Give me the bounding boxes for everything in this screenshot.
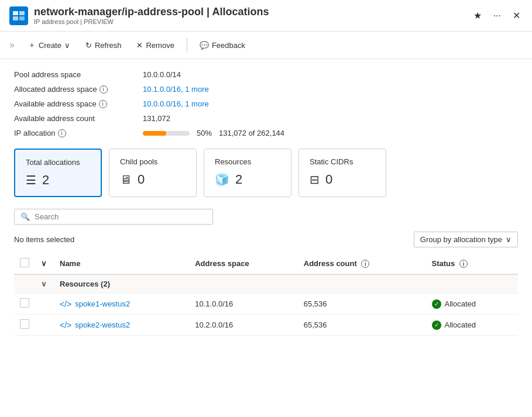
available-count-label: Available address count [14, 112, 143, 125]
refresh-label: Refresh [95, 41, 122, 50]
th-address-space: Address space [189, 253, 298, 274]
row2-status-icon [432, 320, 441, 330]
card-static-cidrs[interactable]: Static CIDRs ⊟ 0 [298, 149, 386, 197]
ip-alloc-info-icon[interactable]: i [58, 129, 66, 137]
group-label: Group by allocation type [420, 235, 502, 244]
progress-row: 50% 131,072 of 262,144 [143, 129, 518, 137]
list-icon: ☰ [26, 173, 36, 187]
group-expand-cell: ∨ [35, 274, 54, 294]
refresh-icon: ↻ [85, 41, 92, 50]
row1-status-icon [432, 299, 441, 309]
pool-address-space-value: 10.0.0.0/14 [143, 68, 518, 81]
card-child-value: 🖥 0 [120, 172, 186, 187]
remove-label: Remove [146, 41, 174, 50]
row2-check-cell [14, 315, 35, 336]
svg-rect-3 [19, 16, 25, 20]
available-space-link[interactable]: 10.0.0.0/16, 1 more [143, 99, 209, 108]
create-chevron-icon: ∨ [64, 41, 70, 50]
expand-all-icon[interactable]: ∨ [41, 259, 47, 268]
row1-address-count: 65,536 [298, 294, 426, 315]
available-space-info-icon[interactable]: i [99, 100, 107, 108]
cards-row: Total allocations ☰ 2 Child pools 🖥 0 Re… [14, 149, 518, 197]
more-button[interactable]: ··· [491, 8, 503, 23]
th-expand: ∨ [35, 253, 54, 274]
row1-name-link[interactable]: </> spoke1-westus2 [60, 299, 183, 309]
pool-address-space-label: Pool address space [14, 68, 143, 81]
svg-rect-0 [13, 11, 18, 15]
card-resources-number: 2 [235, 172, 242, 187]
search-icon: 🔍 [20, 212, 30, 221]
title-bar: network-manager/ip-address-pool | Alloca… [0, 0, 532, 32]
card-total-number: 2 [42, 173, 49, 188]
allocated-space-info-icon[interactable]: i [99, 85, 108, 94]
refresh-button[interactable]: ↻ Refresh [79, 37, 128, 53]
select-all-checkbox[interactable] [20, 258, 29, 267]
group-row-resources: ∨ Resources (2) [14, 274, 518, 294]
remove-icon: ✕ [136, 41, 143, 50]
row2-status: Allocated [426, 315, 519, 336]
card-total-title: Total allocations [26, 158, 90, 167]
address-count-info-icon[interactable]: i [361, 260, 369, 268]
card-resources-value: 🧊 2 [215, 172, 280, 187]
feedback-label: Feedback [212, 41, 245, 50]
search-bar[interactable]: 🔍 [14, 209, 213, 225]
table-row: </> spoke1-westus2 10.1.0.0/16 65,536 Al… [14, 294, 518, 315]
row1-check-cell [14, 294, 35, 315]
row1-status: Allocated [426, 294, 519, 315]
th-address-count: Address count i [298, 253, 426, 274]
row2-address-count: 65,536 [298, 315, 426, 336]
card-child-pools[interactable]: Child pools 🖥 0 [109, 149, 197, 197]
app-icon [9, 6, 28, 25]
row1-checkbox[interactable] [20, 298, 29, 308]
close-button[interactable]: ✕ [510, 8, 523, 23]
static-cidr-icon: ⊟ [310, 173, 320, 187]
svg-rect-1 [19, 11, 25, 15]
allocated-space-link[interactable]: 10.1.0.0/16, 1 more [143, 85, 209, 94]
title-left: network-manager/ip-address-pool | Alloca… [9, 6, 269, 25]
progress-percent: 50% [197, 129, 212, 137]
row1-address-space: 10.1.0.0/16 [189, 294, 298, 315]
create-button[interactable]: ＋ Create ∨ [22, 36, 77, 54]
card-resources-title: Resources [215, 157, 280, 166]
table-header: ∨ Name Address space Address count i Sta… [14, 253, 518, 274]
toolbar: » ＋ Create ∨ ↻ Refresh ✕ Remove 💬 Feedba… [0, 32, 532, 59]
main-content: Pool address space 10.0.0.0/14 Allocated… [0, 59, 532, 412]
page-title: network-manager/ip-address-pool | Alloca… [34, 6, 269, 18]
table-row: </> spoke2-westus2 10.2.0.0/16 65,536 Al… [14, 315, 518, 336]
resources-icon: 🧊 [215, 173, 229, 187]
feedback-button[interactable]: 💬 Feedback [193, 37, 252, 53]
card-total-value: ☰ 2 [26, 173, 90, 188]
row2-checkbox[interactable] [20, 319, 29, 329]
row1-status-badge: Allocated [432, 299, 513, 309]
create-label: Create [39, 41, 61, 50]
page-subtitle: IP address pool | PREVIEW [34, 18, 269, 25]
allocated-space-label: Allocated address space i [14, 83, 143, 95]
th-checkbox [14, 253, 35, 274]
ip-alloc-label: IP allocation i [14, 127, 143, 139]
card-resources[interactable]: Resources 🧊 2 [204, 149, 291, 197]
card-total-allocations[interactable]: Total allocations ☰ 2 [14, 149, 102, 197]
status-info-icon[interactable]: i [459, 260, 468, 268]
row1-name-cell: </> spoke1-westus2 [54, 294, 189, 315]
group-expand-icon[interactable]: ∨ [41, 280, 47, 288]
available-space-value: 10.0.0.0/16, 1 more [143, 98, 518, 110]
row2-name-cell: </> spoke2-westus2 [54, 315, 189, 336]
nav-chevron-icon[interactable]: » [9, 40, 15, 50]
remove-button[interactable]: ✕ Remove [130, 37, 180, 53]
available-space-label: Available address space i [14, 98, 143, 110]
row2-name-link[interactable]: </> spoke2-westus2 [60, 320, 183, 330]
th-status: Status i [426, 253, 519, 274]
card-static-title: Static CIDRs [310, 157, 375, 166]
title-right: ★ ··· ✕ [471, 8, 523, 23]
child-pool-icon: 🖥 [120, 173, 132, 187]
group-dropdown[interactable]: Group by allocation type ∨ [414, 232, 518, 247]
title-text: network-manager/ip-address-pool | Alloca… [34, 6, 269, 25]
allocations-table: ∨ Name Address space Address count i Sta… [14, 253, 518, 336]
card-child-number: 0 [138, 172, 145, 187]
card-static-number: 0 [325, 172, 332, 187]
table-body: ∨ Resources (2) </> spoke1-westus2 10.1.… [14, 274, 518, 336]
search-input[interactable] [35, 212, 207, 221]
star-button[interactable]: ★ [471, 8, 484, 23]
card-static-value: ⊟ 0 [310, 172, 375, 187]
plus-icon: ＋ [28, 40, 36, 50]
